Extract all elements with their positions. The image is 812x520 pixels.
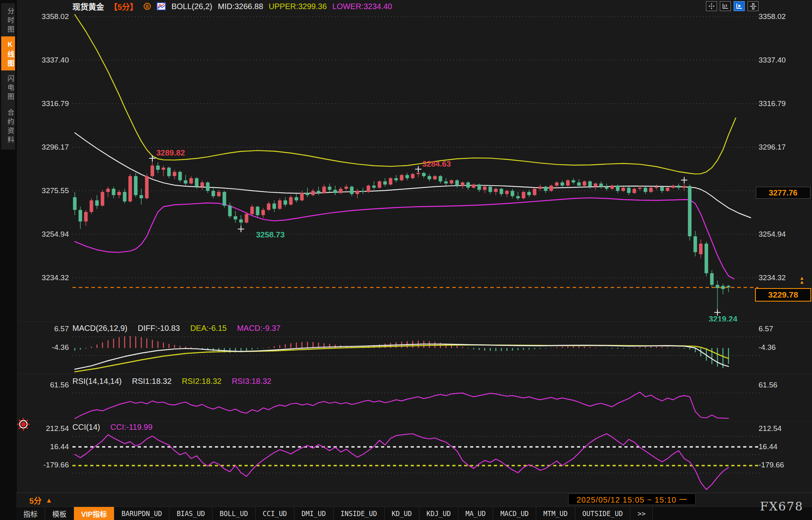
price-tick: 61.56 <box>759 381 808 389</box>
bottom-tab-MACD_UD[interactable]: MACD_UD <box>493 507 536 520</box>
panel-separator <box>16 321 812 322</box>
bottom-tab-VIP指标[interactable]: VIP指标 <box>74 507 114 520</box>
bottom-tab->>[interactable]: >> <box>630 507 653 520</box>
price-tick: 6.57 <box>759 325 808 333</box>
panel-separator <box>16 374 812 374</box>
bottom-tab-INSIDE_UD[interactable]: INSIDE_UD <box>334 507 385 520</box>
price-up-arrows: ▲▲ <box>799 276 804 284</box>
macd-panel <box>72 336 761 372</box>
bottom-tab-MA_UD[interactable]: MA_UD <box>458 507 493 520</box>
chart-canvas: 3289.823284.633258.733219.24 <box>0 0 812 520</box>
svg-text:3289.82: 3289.82 <box>156 148 185 157</box>
cci-name: CCI(14) <box>72 423 100 432</box>
bottom-tab-指标[interactable]: 指标 <box>16 507 45 520</box>
price-tick: 3358.02 <box>21 13 69 21</box>
sidebar-item-2[interactable]: K线图 <box>1 36 15 73</box>
bottom-tab-BIAS_UD[interactable]: BIAS_UD <box>169 507 212 520</box>
price-tick: -4.36 <box>21 344 69 351</box>
time-range-box: 2025/05/12 15:05 ~ 15:10 一 <box>568 493 696 505</box>
rsi2-value: RSI2:18.32 <box>182 377 222 386</box>
bottom-tab-CCI_UD[interactable]: CCI_UD <box>256 507 294 520</box>
cci-legend: CCI(14) CCI:-119.99 <box>72 423 152 432</box>
svg-text:3258.73: 3258.73 <box>256 230 285 239</box>
price-tick: 212.54 <box>21 425 69 433</box>
sidebar-item-4[interactable]: 合约资料 <box>1 104 15 150</box>
price-tick: 16.44 <box>759 443 808 451</box>
price-tick: 16.44 <box>21 443 69 451</box>
price-tick: 3296.17 <box>21 143 69 151</box>
bottom-tab-BARUPDN_UD[interactable]: BARUPDN_UD <box>114 507 169 520</box>
price-tick: 3234.32 <box>21 274 69 282</box>
axis-shift-button[interactable] <box>747 1 759 11</box>
symbol-name: 现货黄金 <box>72 1 104 12</box>
price-tick: 212.54 <box>759 425 808 433</box>
rsi3-value: RSI3:18.32 <box>232 377 271 386</box>
sidebar-item-3[interactable]: 闪电图 <box>1 70 15 106</box>
main-grid <box>72 17 761 278</box>
panel-separator <box>16 421 812 421</box>
bottom-tab-BOLL_UD[interactable]: BOLL_UD <box>212 507 256 520</box>
macd-legend: MACD(26,12,9) DIFF:-10.83 DEA:-6.15 MACD… <box>72 324 281 333</box>
boll-label: BOLL(26,2) <box>171 2 212 11</box>
price-tick: 3316.79 <box>21 100 69 108</box>
macd-dea-value: DEA:-6.15 <box>190 324 227 333</box>
price-tick: 3275.55 <box>21 187 69 195</box>
watermark: FX678 <box>760 499 803 513</box>
svg-text:3219.24: 3219.24 <box>709 315 738 323</box>
bottom-tab-KDJ_UD[interactable]: KDJ_UD <box>419 507 458 520</box>
boll-upper-value: UPPER:3299.36 <box>269 2 327 11</box>
macd-name: MACD(26,12,9) <box>72 324 127 333</box>
rsi1-value: RSI1:18.32 <box>132 377 172 386</box>
macd-diff-value: DIFF:-10.83 <box>138 324 180 333</box>
boll-lower-value: LOWER:3234.40 <box>332 2 392 11</box>
price-tag-reference: 3277.76 <box>756 187 810 199</box>
rsi-name: RSI(14,14,14) <box>72 377 122 386</box>
chart-header: 现货黄金 【5分】 BOLL(26,2) MID:3266.88 UPPER:3… <box>72 1 392 11</box>
bottom-tab-MTM_UD[interactable]: MTM_UD <box>536 507 575 520</box>
cci-panel <box>72 434 761 490</box>
crosshair-pan-button[interactable] <box>706 1 717 11</box>
up-triangle-icon: ▲ <box>46 497 52 505</box>
bottom-tab-KD_UD[interactable]: KD_UD <box>385 507 419 520</box>
app-root: 3289.823284.633258.733219.24 分时图K线图闪电图合约… <box>0 0 812 520</box>
cci-value: CCI:-119.99 <box>110 423 152 432</box>
price-tick: -179.66 <box>759 461 808 469</box>
price-tick: 3316.79 <box>759 100 808 108</box>
bottom-tab-OUTSIDE_UD[interactable]: OUTSIDE_UD <box>575 507 630 520</box>
price-tick: 3358.02 <box>759 13 808 21</box>
price-tick: 6.57 <box>21 325 69 333</box>
price-tick: 61.56 <box>21 381 69 389</box>
chart-toolbar <box>706 1 759 11</box>
footer-period-label[interactable]: 5分▲ <box>29 495 52 506</box>
axis-play-button[interactable] <box>734 1 745 11</box>
axis-scale-button[interactable] <box>720 1 731 11</box>
menu-circle-icon[interactable] <box>143 2 151 10</box>
sidebar-item-1[interactable]: 分时图 <box>1 3 15 39</box>
price-tick: 3254.94 <box>759 230 808 238</box>
price-tick: 3337.40 <box>759 56 808 64</box>
price-tick: 3296.17 <box>759 143 808 151</box>
bottom-tab-DMI_UD[interactable]: DMI_UD <box>294 507 333 520</box>
price-tick: -179.66 <box>21 461 69 469</box>
svg-text:3284.63: 3284.63 <box>422 159 451 168</box>
bottom-tab-模板[interactable]: 模板 <box>45 507 74 520</box>
rsi-legend: RSI(14,14,14) RSI1:18.32 RSI2:18.32 RSI3… <box>72 377 271 386</box>
period-tag[interactable]: 【5分】 <box>110 1 138 12</box>
price-annotations: 3289.823284.633258.733219.24 <box>149 148 738 323</box>
bottom-tab-bar: 指标模板VIP指标BARUPDN_UDBIAS_UDBOLL_UDCCI_UDD… <box>16 507 812 520</box>
price-tick: 3254.94 <box>21 230 69 238</box>
chart-type-icon[interactable] <box>157 2 166 10</box>
price-tag-current: 3229.78 <box>755 288 811 302</box>
macd-macd-value: MACD:-9.37 <box>237 324 281 333</box>
price-tick: 3337.40 <box>21 56 69 64</box>
boll-mid-value: MID:3266.88 <box>218 2 264 11</box>
left-sidebar: 分时图K线图闪电图合约资料 <box>0 0 17 520</box>
rsi-panel <box>72 392 761 419</box>
price-tick: -4.36 <box>759 344 808 351</box>
bollinger-bands <box>75 15 751 279</box>
